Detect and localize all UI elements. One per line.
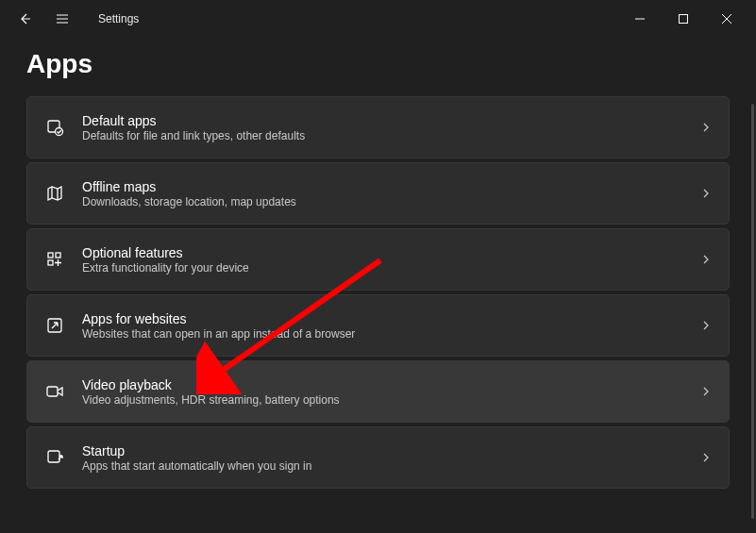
- item-text: Default apps Defaults for file and link …: [82, 113, 691, 142]
- item-subtitle: Websites that can open in an app instead…: [82, 327, 691, 341]
- optional-features-icon: [44, 249, 65, 270]
- item-title: Offline maps: [82, 179, 691, 194]
- hamburger-icon: [55, 11, 70, 26]
- offline-maps-icon: [44, 183, 65, 204]
- titlebar: Settings: [0, 0, 756, 38]
- maximize-icon: [679, 14, 688, 24]
- window-title: Settings: [98, 12, 139, 25]
- minimize-icon: [635, 14, 645, 24]
- page-header: Apps: [0, 38, 756, 96]
- item-subtitle: Apps that start automatically when you s…: [82, 459, 691, 473]
- svg-point-2: [56, 128, 63, 136]
- item-title: Video playback: [82, 377, 691, 392]
- chevron-right-icon: [700, 452, 712, 463]
- item-subtitle: Extra functionality for your device: [82, 261, 691, 275]
- svg-rect-0: [680, 15, 688, 24]
- svg-rect-8: [48, 451, 59, 462]
- item-title: Optional features: [82, 245, 691, 260]
- list-item-startup[interactable]: Startup Apps that start automatically wh…: [26, 426, 730, 489]
- item-text: Optional features Extra functionality fo…: [82, 245, 691, 275]
- video-playback-icon: [44, 381, 65, 402]
- startup-icon: [44, 447, 65, 468]
- close-button[interactable]: [705, 4, 748, 34]
- list-item-video-playback[interactable]: Video playback Video adjustments, HDR st…: [26, 360, 730, 423]
- close-icon: [722, 14, 731, 24]
- item-text: Offline maps Downloads, storage location…: [82, 179, 691, 208]
- scrollbar[interactable]: [751, 104, 754, 519]
- apps-websites-icon: [44, 315, 65, 336]
- settings-list: Default apps Defaults for file and link …: [0, 96, 756, 489]
- titlebar-left: Settings: [8, 2, 139, 36]
- list-item-offline-maps[interactable]: Offline maps Downloads, storage location…: [26, 162, 730, 225]
- chevron-right-icon: [700, 320, 712, 331]
- svg-rect-7: [47, 387, 58, 396]
- list-item-apps-for-websites[interactable]: Apps for websites Websites that can open…: [26, 294, 730, 357]
- svg-rect-3: [48, 253, 53, 258]
- maximize-button[interactable]: [662, 4, 705, 34]
- item-text: Startup Apps that start automatically wh…: [82, 443, 691, 473]
- chevron-right-icon: [700, 254, 712, 265]
- page-title: Apps: [26, 49, 730, 79]
- item-text: Apps for websites Websites that can open…: [82, 311, 691, 341]
- item-title: Default apps: [82, 113, 691, 128]
- chevron-right-icon: [700, 188, 712, 199]
- item-title: Startup: [82, 443, 691, 458]
- list-item-optional-features[interactable]: Optional features Extra functionality fo…: [26, 228, 730, 291]
- chevron-right-icon: [700, 386, 712, 397]
- item-subtitle: Defaults for file and link types, other …: [82, 129, 691, 142]
- item-subtitle: Video adjustments, HDR streaming, batter…: [82, 393, 691, 407]
- item-text: Video playback Video adjustments, HDR st…: [82, 377, 691, 407]
- back-button[interactable]: [8, 2, 42, 36]
- default-apps-icon: [44, 117, 65, 138]
- back-arrow-icon: [17, 11, 32, 26]
- item-subtitle: Downloads, storage location, map updates: [82, 195, 691, 208]
- svg-rect-4: [56, 253, 60, 258]
- list-item-default-apps[interactable]: Default apps Defaults for file and link …: [26, 96, 730, 158]
- svg-rect-5: [48, 260, 53, 265]
- minimize-button[interactable]: [618, 4, 662, 34]
- chevron-right-icon: [700, 122, 712, 133]
- window-controls: [618, 4, 748, 34]
- item-title: Apps for websites: [82, 311, 691, 326]
- nav-menu-button[interactable]: [45, 2, 79, 36]
